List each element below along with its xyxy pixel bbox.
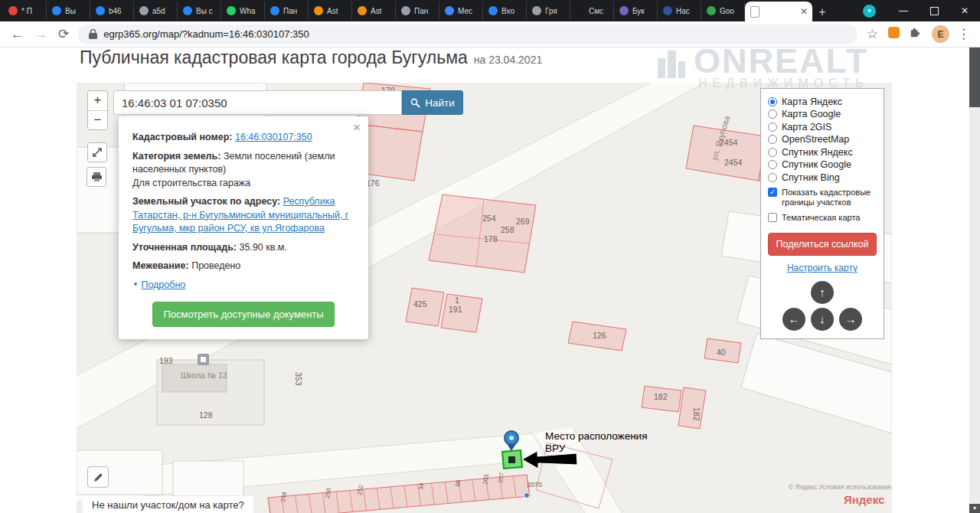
- option-label: Карта 2GIS: [782, 122, 831, 132]
- share-link-button[interactable]: Поделиться ссылкой: [768, 233, 877, 256]
- tab-title: Нас: [676, 7, 690, 15]
- page-icon: [750, 6, 760, 18]
- generic-site-icon: [139, 6, 149, 15]
- browser-tab[interactable]: b46: [90, 2, 134, 20]
- extension-icon[interactable]: [888, 27, 900, 42]
- search-button[interactable]: Найти: [402, 90, 463, 115]
- checkbox-icon[interactable]: ✓: [768, 188, 777, 197]
- back-icon[interactable]: ←: [11, 27, 24, 42]
- scrollbar-thumb[interactable]: [969, 47, 980, 107]
- radio-icon[interactable]: [768, 135, 777, 144]
- browser-tab[interactable]: Гря: [527, 2, 570, 20]
- profile-avatar[interactable]: E: [932, 25, 949, 43]
- cadastral-map[interactable]: Место расположения ВРУ 17917625426925817…: [77, 83, 892, 513]
- page-scrollbar[interactable]: ▾: [969, 47, 980, 513]
- map-copyright[interactable]: © Яндекс Условия использования: [789, 483, 891, 491]
- survey-label: Межевание:: [132, 260, 189, 271]
- tab-title: Ast: [327, 7, 338, 15]
- cadnum-link[interactable]: 16:46:030107:350: [235, 132, 312, 142]
- watermark-title: ONREALT: [694, 47, 868, 81]
- menu-dots-icon[interactable]: ⋮: [957, 26, 970, 42]
- refresh-icon[interactable]: ⟳: [58, 26, 69, 42]
- page-title-text: Публичная кадастровая карта города Бугул…: [80, 47, 468, 67]
- minimize-button[interactable]: —: [888, 0, 919, 21]
- fullscreen-button[interactable]: [87, 142, 107, 162]
- kadnum-search-input[interactable]: [113, 90, 402, 115]
- browser-tab[interactable]: Ast: [309, 2, 352, 20]
- puzzle-icon: [910, 26, 922, 38]
- configure-map-link[interactable]: Настроить карту: [768, 263, 877, 273]
- search-button-label: Найти: [425, 97, 455, 109]
- astro-icon: [358, 6, 367, 15]
- map-layer-checkbox[interactable]: Тематическая карта: [768, 213, 877, 224]
- map-type-option[interactable]: Спутник Google: [768, 159, 877, 170]
- browser-tabbar: * ПВыb46a5dВы сWhaПанAstAstПанМесВхоГряС…: [0, 0, 980, 21]
- radio-icon[interactable]: [768, 123, 777, 132]
- checkbox-icon[interactable]: [768, 213, 777, 222]
- tab-search-icon[interactable]: ▾: [863, 5, 876, 18]
- browser-tab[interactable]: Смс: [570, 2, 614, 20]
- selected-parcel[interactable]: [502, 450, 522, 469]
- tab-title: Бук: [632, 7, 645, 15]
- radio-icon[interactable]: [768, 148, 777, 157]
- yandex-logo[interactable]: Яндекс: [844, 493, 884, 506]
- radio-icon[interactable]: [768, 109, 777, 119]
- radio-icon[interactable]: [768, 97, 777, 106]
- details-link[interactable]: Подробно: [141, 279, 185, 290]
- tab-title: a5d: [152, 7, 165, 15]
- browser-tab[interactable]: Вхо: [483, 2, 527, 20]
- area-label: Уточненная площадь:: [132, 242, 237, 253]
- school-icon: [198, 354, 209, 365]
- browser-tab[interactable]: Мес: [439, 2, 483, 20]
- map-type-options: Карта ЯндексКарта GoogleКарта 2GISOpenSt…: [768, 96, 877, 183]
- scrollbar-down-icon[interactable]: ▾: [969, 504, 980, 513]
- option-label: OpenStreetMap: [782, 134, 849, 145]
- map-layer-checkbox[interactable]: ✓Показать кадастровые границы участков: [768, 188, 877, 209]
- browser-tab[interactable]: a5d: [134, 2, 178, 20]
- vru-note-line2: ВРУ: [545, 443, 566, 454]
- pan-left-button[interactable]: ←: [782, 308, 805, 331]
- pan-down-button[interactable]: ↓: [811, 308, 834, 331]
- view-documents-button[interactable]: Посмотреть доступные документы: [152, 302, 334, 327]
- tab-title: Вы: [65, 7, 76, 15]
- browser-tab[interactable]: Нас: [658, 2, 701, 20]
- browser-tab[interactable]: Wha: [221, 2, 265, 20]
- map-label: 269: [516, 217, 530, 226]
- map-type-option[interactable]: Карта 2GIS: [768, 122, 877, 132]
- zoom-out-button[interactable]: −: [88, 111, 107, 130]
- browser-tab[interactable]: Ast: [352, 2, 396, 20]
- map-type-option[interactable]: Спутник Bing: [768, 172, 877, 183]
- map-label: 182: [692, 407, 701, 421]
- close-icon[interactable]: ×: [353, 120, 361, 136]
- bookmark-star-icon[interactable]: ☆: [867, 26, 878, 42]
- generic-site-icon: [619, 6, 629, 15]
- browser-tab[interactable]: Бук: [614, 2, 658, 20]
- new-tab-button[interactable]: +: [812, 3, 832, 21]
- maximize-button[interactable]: [919, 0, 949, 21]
- map-type-option[interactable]: Карта Google: [768, 109, 877, 119]
- draw-button[interactable]: [87, 466, 109, 488]
- map-type-option[interactable]: OpenStreetMap: [768, 134, 877, 145]
- radio-icon[interactable]: [768, 160, 777, 169]
- zoom-in-button[interactable]: +: [88, 91, 107, 111]
- browser-tab[interactable]: Goo: [701, 2, 745, 20]
- active-browser-tab[interactable]: ✕: [745, 2, 812, 21]
- pan-right-button[interactable]: →: [839, 308, 862, 331]
- close-window-button[interactable]: ✕: [949, 0, 980, 21]
- map-type-option[interactable]: Спутник Яндекс: [768, 147, 877, 158]
- close-tab-icon[interactable]: ✕: [800, 6, 808, 17]
- browser-tab[interactable]: Пан: [396, 2, 439, 20]
- not-found-question[interactable]: Не нашли участок/дом на карте?: [83, 496, 253, 513]
- browser-tab[interactable]: Вы с: [178, 2, 221, 20]
- print-button[interactable]: [87, 167, 106, 187]
- map-type-option[interactable]: Карта Яндекс: [768, 96, 877, 107]
- extensions-puzzle-icon[interactable]: [910, 26, 922, 42]
- browser-tab[interactable]: Пан: [265, 2, 309, 20]
- pan-up-button[interactable]: ↑: [811, 281, 834, 304]
- browser-tab[interactable]: Вы: [47, 2, 90, 20]
- tab-title: Вы с: [196, 7, 213, 15]
- url-bar[interactable]: egrp365.org/map/?kadnum=16:46:030107:350: [78, 25, 858, 44]
- radio-icon[interactable]: [768, 173, 777, 182]
- browser-tab[interactable]: * П: [3, 2, 47, 20]
- tab-title: Вхо: [501, 7, 514, 15]
